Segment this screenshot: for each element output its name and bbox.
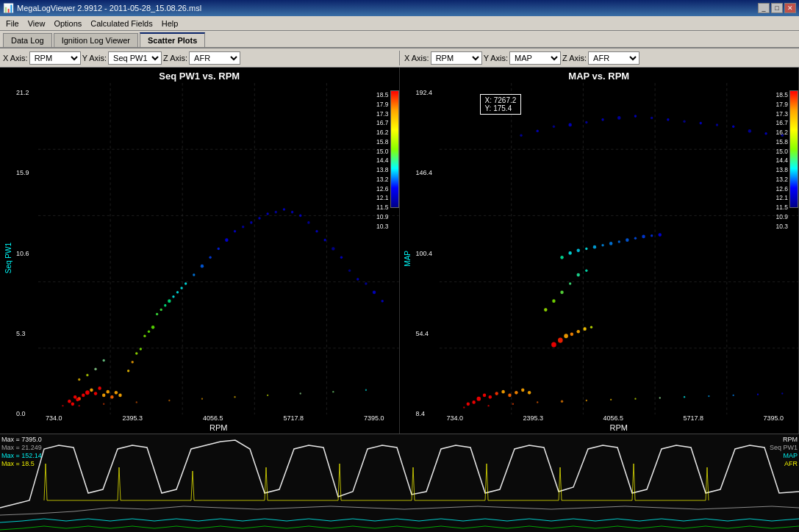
svg-point-11 <box>85 390 90 395</box>
svg-point-46 <box>315 230 318 233</box>
left-x-tick-4: 5717.8 <box>283 414 304 422</box>
right-chart-tooltip: X: 7267.2 Y: 175.4 <box>480 94 522 115</box>
svg-point-108 <box>683 120 685 123</box>
svg-point-22 <box>71 402 74 406</box>
menu-help[interactable]: Help <box>157 18 183 29</box>
svg-point-130 <box>560 290 563 294</box>
left-y-axis-select[interactable]: Seq PW1 <box>108 51 162 65</box>
right-chart-title: MAP vs. RPM <box>400 68 799 83</box>
right-z-axis-select[interactable]: AFR <box>588 51 639 65</box>
svg-point-51 <box>356 278 359 281</box>
app-icon: 📊 <box>3 3 14 13</box>
menu-calculated-fields[interactable]: Calculated Fields <box>86 18 157 29</box>
svg-point-25 <box>143 334 146 337</box>
timeline-svg <box>0 434 799 532</box>
svg-point-77 <box>365 389 367 391</box>
svg-point-19 <box>115 391 118 395</box>
svg-point-61 <box>172 295 174 298</box>
svg-point-57 <box>140 348 142 351</box>
svg-point-16 <box>102 394 105 398</box>
tab-data-log[interactable]: Data Log <box>3 33 52 47</box>
svg-point-39 <box>258 217 260 220</box>
svg-point-118 <box>585 248 587 251</box>
svg-point-126 <box>650 234 652 237</box>
right-x-axis-label: RPM <box>440 422 799 434</box>
right-x-axis-select[interactable]: RPM <box>431 51 482 65</box>
left-color-bar <box>390 90 399 208</box>
svg-point-54 <box>381 300 384 303</box>
close-button[interactable]: ✕ <box>784 3 796 13</box>
tab-ignition-log[interactable]: Ignition Log Viewer <box>54 33 138 47</box>
left-x-tick-5: 7395.0 <box>364 414 384 422</box>
svg-point-99 <box>536 129 538 132</box>
left-y-tick-4: 15.9 <box>16 169 38 176</box>
main-charts: Seq PW1 vs. RPM Seq PW1 21.2 15.9 10.6 5… <box>0 68 799 434</box>
left-x-axis-select[interactable]: RPM <box>29 51 81 65</box>
svg-point-91 <box>501 390 504 394</box>
svg-point-98 <box>520 134 522 137</box>
left-z-axis-label: Z Axis: <box>163 54 187 62</box>
right-y-axis-select[interactable]: MAP <box>509 51 561 65</box>
svg-point-56 <box>132 361 134 364</box>
menu-options[interactable]: Options <box>49 18 86 29</box>
right-x-tick-1: 734.0 <box>447 414 464 422</box>
svg-point-93 <box>515 391 517 395</box>
right-y-tick-1: 8.4 <box>416 410 440 417</box>
svg-point-112 <box>748 129 750 133</box>
right-x-tick-3: 4056.5 <box>603 414 623 422</box>
svg-point-74 <box>267 395 268 396</box>
left-z-axis-select[interactable]: AFR <box>189 51 240 65</box>
svg-point-58 <box>148 330 150 333</box>
svg-point-41 <box>275 211 277 214</box>
menu-file[interactable]: File <box>1 18 24 29</box>
maximize-button[interactable]: □ <box>771 3 783 13</box>
right-axis-group: X Axis: RPM Y Axis: MAP Z Axis: AFR <box>404 51 796 65</box>
menu-view[interactable]: View <box>24 18 50 29</box>
svg-point-140 <box>590 326 592 329</box>
svg-point-127 <box>658 233 661 237</box>
right-color-scale: 18.5 17.9 17.3 16.7 16.2 15.8 15.0 14.4 … <box>775 90 798 231</box>
left-x-ticks: 734.0 2395.3 4056.5 5717.8 7395.0 <box>38 414 399 422</box>
svg-point-66 <box>103 359 105 362</box>
svg-point-96 <box>472 400 475 404</box>
svg-point-12 <box>90 388 93 392</box>
svg-point-143 <box>512 403 513 405</box>
right-chart-svg <box>440 83 799 414</box>
left-axis-group: X Axis: RPM Y Axis: Seq PW1 Z Axis: AFR <box>3 51 395 65</box>
svg-point-88 <box>482 394 485 398</box>
svg-point-10 <box>82 394 85 398</box>
svg-point-105 <box>634 115 636 118</box>
right-chart-panel: MAP vs. RPM MAP 192.4 146.4 100.4 54.4 8… <box>400 68 800 434</box>
svg-point-31 <box>193 273 195 276</box>
svg-point-125 <box>642 235 645 239</box>
svg-point-73 <box>234 396 235 398</box>
svg-point-149 <box>659 397 660 398</box>
svg-point-87 <box>476 397 481 401</box>
svg-point-119 <box>592 245 595 249</box>
tab-scatter-plots[interactable]: Scatter Plots <box>140 32 205 47</box>
svg-point-30 <box>184 282 187 285</box>
svg-point-121 <box>609 242 612 245</box>
left-chart-panel: Seq PW1 vs. RPM Seq PW1 21.2 15.9 10.6 5… <box>0 68 400 434</box>
svg-point-131 <box>568 282 570 285</box>
svg-point-97 <box>466 402 469 406</box>
minimize-button[interactable]: _ <box>758 3 770 13</box>
left-color-scale: 18.5 17.9 17.3 16.7 16.2 15.8 15.0 14.4 … <box>376 90 399 231</box>
svg-point-132 <box>576 273 579 277</box>
svg-point-124 <box>634 237 636 240</box>
left-x-tick-3: 4056.5 <box>203 414 223 422</box>
svg-point-26 <box>151 326 154 329</box>
svg-point-142 <box>487 405 489 406</box>
svg-point-45 <box>307 221 309 224</box>
left-x-axis-label: X Axis: <box>3 54 28 62</box>
tooltip-x: X: 7267.2 <box>485 96 517 104</box>
svg-point-65 <box>94 368 96 371</box>
svg-point-107 <box>667 118 669 121</box>
svg-point-32 <box>201 265 204 268</box>
svg-point-64 <box>86 374 88 377</box>
right-color-bar <box>789 90 798 208</box>
svg-point-106 <box>650 117 652 120</box>
timeline-panel: Max = 7395.0 Max = 21.249 Max = 152.14 M… <box>0 434 799 532</box>
legend-map-max: Max = 152.14 <box>1 452 42 459</box>
svg-point-44 <box>299 215 301 218</box>
